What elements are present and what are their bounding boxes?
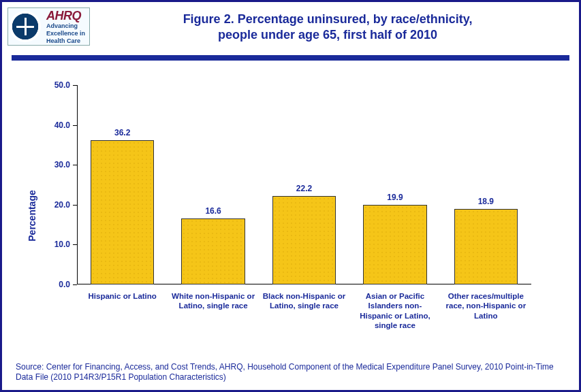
y-axis-label: Percentage [27, 191, 37, 242]
title-line-2: people under age 65, first half of 2010 [90, 27, 565, 43]
ahrq-text-block: AHRQ Advancing Excellence in Health Care [44, 10, 85, 44]
y-tick-label: 20.0 [43, 200, 70, 210]
bar-value-label: 16.6 [205, 206, 221, 216]
bar-value-label: 22.2 [296, 184, 312, 193]
y-tick [73, 165, 77, 165]
y-tick-label: 0.0 [43, 280, 70, 289]
bar-slot: 22.2 [259, 85, 349, 284]
y-tick-label: 50.0 [43, 80, 70, 90]
bar-slot: 19.9 [349, 85, 440, 284]
x-category-label: Black non-Hispanic or Latino, single rac… [259, 287, 349, 353]
bar-value-label: 18.9 [478, 197, 494, 206]
y-tick [73, 125, 77, 126]
plot-region: 36.216.622.219.918.9 0.010.020.030.040.0… [77, 85, 531, 284]
bar [272, 196, 336, 284]
bar-slot: 18.9 [441, 85, 531, 284]
y-tick [73, 205, 77, 206]
bar-value-label: 19.9 [387, 193, 403, 202]
hhs-seal-icon [10, 11, 41, 42]
figure-frame: AHRQ Advancing Excellence in Health Care… [0, 0, 581, 392]
source-citation: Source: Center for Financing, Access, an… [2, 359, 579, 390]
y-tick-label: 10.0 [43, 240, 70, 249]
y-tick-label: 40.0 [43, 120, 70, 130]
header-row: AHRQ Advancing Excellence in Health Care… [2, 2, 579, 48]
figure-title: Figure 2. Percentage uninsured, by race/… [90, 7, 565, 44]
ahrq-tagline-2: Excellence in [46, 31, 85, 37]
ahrq-logo: AHRQ Advancing Excellence in Health Care [7, 7, 90, 46]
bar [454, 209, 518, 284]
x-category-label: Other races/multiple race, non-Hispanic … [441, 287, 531, 353]
divider-bar [12, 55, 569, 61]
x-category-label: Asian or Pacific Islanders non-Hispanic … [349, 287, 440, 353]
ahrq-tagline-1: Advancing [46, 23, 85, 29]
y-tick [73, 85, 77, 86]
bar-slot: 16.6 [168, 85, 258, 284]
y-tick-label: 30.0 [43, 160, 70, 169]
bar [363, 205, 426, 284]
x-category-label: Hispanic or Latino [77, 287, 168, 353]
ahrq-tagline-3: Health Care [46, 38, 85, 44]
bar-value-label: 36.2 [114, 128, 130, 137]
chart-area: Percentage 36.216.622.219.918.9 0.010.02… [22, 73, 559, 359]
bars-container: 36.216.622.219.918.9 [77, 85, 531, 284]
x-labels-container: Hispanic or LatinoWhite non-Hispanic or … [77, 287, 531, 353]
bar [181, 218, 245, 284]
y-tick [73, 244, 77, 245]
ahrq-wordmark: AHRQ [46, 10, 85, 22]
bar [91, 140, 154, 284]
x-category-label: White non-Hispanic or Latino, single rac… [168, 287, 258, 353]
y-tick [73, 284, 77, 285]
bar-slot: 36.2 [77, 85, 168, 284]
title-line-1: Figure 2. Percentage uninsured, by race/… [90, 12, 565, 27]
